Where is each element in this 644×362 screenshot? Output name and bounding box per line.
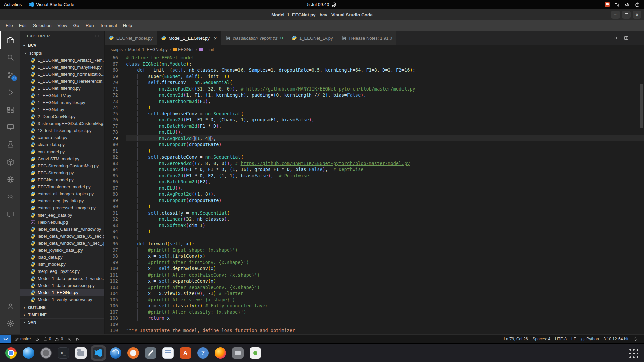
- line-content[interactable]: nn.AvgPool2d((1, 4)),: [126, 135, 644, 142]
- line-number[interactable]: 90: [105, 203, 126, 210]
- code-line[interactable]: 67class EEGNet(nn.Module):: [105, 61, 644, 67]
- code-line[interactable]: 85 nn.Conv2d(F1 * D, F2, (1, 1), bias=Fa…: [105, 173, 644, 179]
- line-number[interactable]: 105: [105, 297, 126, 303]
- braces-status-item[interactable]: {}Python: [581, 337, 599, 341]
- menu-item-file[interactable]: File: [3, 22, 16, 29]
- writer-icon[interactable]: [160, 345, 176, 361]
- code-line[interactable]: 77 nn.BatchNorm2d(F1 * D),: [105, 123, 644, 129]
- file-row[interactable]: extract_all_images_topics.py: [20, 190, 104, 197]
- remote-indicator[interactable]: ><: [0, 335, 11, 344]
- code-line[interactable]: 86 nn.BatchNorm2d(F2),: [105, 179, 644, 185]
- branch-status-item[interactable]: main*: [15, 337, 31, 341]
- code-line[interactable]: 80 nn.Dropout(dropoutRate): [105, 141, 644, 148]
- files-icon[interactable]: [73, 345, 89, 361]
- tab-classification-report-txt[interactable]: classification_report.txtU: [221, 31, 288, 45]
- line-number[interactable]: 106: [105, 303, 126, 309]
- breadcrumb-item[interactable]: scripts: [111, 47, 123, 52]
- menu-item-terminal[interactable]: Terminal: [97, 22, 120, 29]
- firefox-icon[interactable]: [213, 345, 228, 361]
- line-content[interactable]: nn.BatchNorm2d(F2),: [126, 179, 644, 185]
- account-icon[interactable]: [0, 297, 20, 315]
- line-number[interactable]: 102: [105, 278, 126, 284]
- line-content[interactable]: nn.Conv2d(F1, F1 * D, (Chans, 1), groups…: [126, 117, 644, 123]
- explorer-icon[interactable]: [0, 31, 20, 49]
- code-line[interactable]: 100 x = self.depthwiseConv(x): [105, 265, 644, 272]
- code-line[interactable]: 97 #print(f'Input shape: {x.shape}'): [105, 247, 644, 253]
- code-line[interactable]: 79 nn.AvgPool2d((1, 4)),: [105, 135, 644, 142]
- menu-item-edit[interactable]: Edit: [16, 22, 30, 29]
- line-content[interactable]: # Define the EEGNet model: [126, 55, 644, 61]
- line-number[interactable]: 99: [105, 259, 126, 266]
- line-content[interactable]: nn.BatchNorm2d(F1 * D),: [126, 123, 644, 129]
- code-line[interactable]: 101 #print(f'After depthwiseConv: {x.sha…: [105, 272, 644, 278]
- line-number[interactable]: 66: [105, 55, 126, 61]
- file-row[interactable]: 1_EEGNet.py: [20, 106, 104, 113]
- line-number[interactable]: 84: [105, 166, 126, 173]
- line-content[interactable]: nn.BatchNorm2d(F1),: [126, 98, 644, 105]
- file-row[interactable]: EEG-Streaming-CustomMsg.py: [20, 162, 104, 169]
- line-number[interactable]: 76: [105, 117, 126, 123]
- bell-status-item[interactable]: [633, 337, 637, 341]
- code-line[interactable]: 93 nn.Softmax(dim=1): [105, 222, 644, 229]
- file-row[interactable]: ConvLSTM_model.py: [20, 155, 104, 162]
- code-line[interactable]: 76 nn.Conv2d(F1, F1 * D, (Chans, 1), gro…: [105, 117, 644, 123]
- line-number[interactable]: 81: [105, 148, 126, 154]
- line-content[interactable]: nn.AvgPool2d((1, 8)),: [126, 191, 644, 197]
- vscode-icon[interactable]: [91, 345, 106, 361]
- line-number[interactable]: 88: [105, 191, 126, 197]
- code-line[interactable]: 99 #print(f'After firstConv: {x.shape}'): [105, 259, 644, 266]
- menu-item-selection[interactable]: Selection: [30, 22, 55, 29]
- file-row[interactable]: EEG-Streaming.py: [20, 169, 104, 176]
- line-number[interactable]: 79: [105, 135, 126, 142]
- code-line[interactable]: 88 nn.AvgPool2d((1, 8)),: [105, 191, 644, 197]
- code-line[interactable]: 106 x = self.classify(x) # Fully connect…: [105, 303, 644, 309]
- line-number[interactable]: 94: [105, 228, 126, 235]
- line-number[interactable]: 92: [105, 216, 126, 222]
- line-content[interactable]: self.separableConv = nn.Sequential(: [126, 154, 644, 160]
- package-icon[interactable]: [0, 153, 20, 171]
- file-row[interactable]: label_data_Gaussian_window.py: [20, 226, 104, 233]
- line-number[interactable]: 104: [105, 290, 126, 297]
- line-content[interactable]: class EEGNet(nn.Module):: [126, 61, 644, 67]
- code-line[interactable]: 107 #print(f'After classify: {x.shape}'): [105, 309, 644, 315]
- waves-icon[interactable]: [0, 188, 20, 205]
- activities-button[interactable]: Activities: [4, 2, 22, 7]
- breadcrumb-item[interactable]: __init__: [199, 47, 219, 52]
- play-status-item[interactable]: [75, 337, 80, 341]
- extensions-icon[interactable]: [0, 101, 20, 118]
- line-content[interactable]: #print(f'After classify: {x.shape}'): [126, 309, 644, 315]
- file-row[interactable]: 1_EEGNet_filtering_Artifact_Rem...: [20, 57, 104, 64]
- code-line[interactable]: 87 nn.ELU(),: [105, 185, 644, 191]
- workspace-root-row[interactable]: › BCV: [20, 41, 104, 49]
- line-number[interactable]: 93: [105, 222, 126, 229]
- line-content[interactable]: #print(f'After separableConv: {x.shape}'…: [126, 284, 644, 291]
- breadcrumb-item[interactable]: EEGNet: [173, 47, 194, 52]
- error-status-item[interactable]: 0: [43, 337, 51, 341]
- line-content[interactable]: nn.Conv2d(1, F1, (1, kernLength), paddin…: [126, 92, 644, 98]
- code-line[interactable]: 82 self.separableConv = nn.Sequential(: [105, 154, 644, 160]
- network-icon[interactable]: [614, 2, 620, 7]
- line-content[interactable]: nn.Dropout(dropoutRate): [126, 141, 644, 148]
- line-content[interactable]: #print(f'After firstConv: {x.shape}'): [126, 259, 644, 266]
- code-line[interactable]: 66# Define the EEGNet model: [105, 55, 644, 61]
- line-number[interactable]: 97: [105, 247, 126, 253]
- code-line[interactable]: 74 ): [105, 104, 644, 111]
- code-line[interactable]: 103 #print(f'After separableConv: {x.sha…: [105, 284, 644, 291]
- jupyter-icon[interactable]: [125, 345, 141, 361]
- clock-button[interactable]: 5 Jul 09:40: [307, 2, 337, 7]
- file-row[interactable]: label_data_window_size_N_sec_.py: [20, 240, 104, 247]
- file-row[interactable]: label_data_window_size_05_sec.py: [20, 233, 104, 240]
- section-timeline[interactable]: ›TIMELINE: [20, 311, 104, 318]
- line-number[interactable]: 85: [105, 173, 126, 179]
- code-line[interactable]: 78 nn.ELU(),: [105, 129, 644, 135]
- code-line[interactable]: 90 ): [105, 203, 644, 210]
- file-row[interactable]: 1_EEGNet_filtering.py: [20, 85, 104, 92]
- split-editor-icon[interactable]: [624, 36, 629, 40]
- search-icon[interactable]: [0, 49, 20, 66]
- code-line[interactable]: 91 self.classify = nn.Sequential(: [105, 210, 644, 216]
- code-line[interactable]: 70 self.firstConv = nn.Sequential(: [105, 79, 644, 86]
- breadcrumb-item[interactable]: Model_1_EEGNet.py: [128, 47, 167, 52]
- file-row[interactable]: 1_EEGNet_filtering_normalizatio...: [20, 71, 104, 78]
- power-icon[interactable]: [635, 2, 640, 7]
- file-row[interactable]: 1_EEGNet_LV.py: [20, 92, 104, 99]
